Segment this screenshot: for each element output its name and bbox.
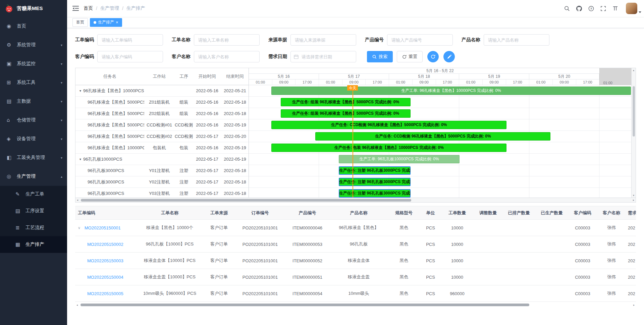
filter-input[interactable] [484,34,549,46]
sidebar-item-gear[interactable]: ⚙ 系统管理 ▾ [0,36,67,54]
scroll-left-icon[interactable]: ◂ [77,198,78,202]
sidebar-subitem-process[interactable]: ▤ 工序设置 [0,203,67,219]
sidebar-subitem-schedule[interactable]: ▦ 生产排产 [0,236,67,253]
order-link[interactable]: MO202205150002 [87,242,123,247]
cell-source: 客户订单 [203,225,235,231]
filter-fields-2: 客户编码 客户名称 需求日期 [75,51,365,62]
breadcrumb-item[interactable]: 生产管理 [100,5,119,11]
sidebar-item-tools[interactable]: ⊞ 系统工具 ▾ [0,73,67,92]
sidebar-item-data[interactable]: ▤ 主数据 ▾ [0,92,67,111]
github-icon[interactable] [576,6,582,11]
breadcrumb-item[interactable]: 生产排产 [126,5,145,11]
scroll-right-icon[interactable]: ▸ [633,303,635,307]
gantt-bar[interactable]: 生产任务: CCD检测 96孔移液盒【黑色】5000PCS 完成比例: 0% [315,132,550,141]
app-logo[interactable]: 苦糖果MES [0,0,67,17]
timeline-hour-label: 09:00 [553,79,576,85]
sidebar-item-fixture[interactable]: ◧ 工装夹具管理 ▾ [0,148,67,167]
gantt-bar[interactable]: 生产工单: 96孔移液盒【黑色】10000PCS 完成比例: 0% [271,87,631,95]
task-name: 96孔孔板3000PCS [88,168,124,174]
gantt-bar[interactable]: 生产任务: 注塑 96孔孔板3000PCS 完成比例: 0% [339,178,411,186]
main-area: 首页 / 生产管理 / 生产排产 ? [67,0,644,325]
gantt-task-row[interactable]: 96孔移液盒【黑色】5000PCS Z02组装机 组装 2022-05-16 2… [75,108,249,119]
breadcrumb-home[interactable]: 首页 [84,5,93,11]
gantt-table-body: ▾ 96孔移液盒【黑色】10000PCS 2022-05-16 2022-05-… [75,85,249,198]
search-button[interactable]: 搜索 [367,51,393,62]
gantt-bar[interactable]: 生产工单: 96孔孔板10000PCS 完成比例: 0% [339,155,460,163]
gantt-task-row[interactable]: 96孔移液盒【黑色】5000PCS Z01组装机 组装 2022-05-16 2… [75,97,249,108]
cell-unit: PCS [420,275,441,280]
filter-actions: 搜索 重置 [367,51,455,62]
gantt-bar[interactable]: 生产任务: 注塑 96孔孔板3000PCS 完成比例: 0% [339,189,411,198]
filter-label: 来源单据 [268,37,287,43]
sidebar-item-monitor[interactable]: ▣ 系统监控 ▾ [0,54,67,73]
collapse-icon[interactable]: ▾ [79,157,81,161]
view-tab[interactable]: 首页 [72,18,88,27]
scroll-left-icon[interactable]: ◂ [76,303,78,307]
filter-input[interactable] [97,51,163,62]
scroll-down-icon[interactable]: ▾ [632,194,636,197]
task-start: 2022-05-17 [193,168,221,173]
help-icon[interactable]: ? [588,6,594,11]
font-size-icon[interactable] [612,6,618,11]
gantt-task-row[interactable]: 96孔孔板3000PCS Y03注塑机 注塑 2022-05-17 2022-0… [75,188,249,198]
sidebar-subitem-flow[interactable]: ≣ 工艺流程 [0,219,67,236]
horizontal-scrollbar-thumb[interactable] [81,199,411,202]
sidebar-item-production[interactable]: ◎ 生产管理 ▴ [0,167,67,186]
gantt-task-row[interactable]: 96孔移液盒【黑色】5000PCS CCD检测#02 CCD检测 2022-05… [75,131,249,142]
avatar[interactable] [626,3,637,14]
order-link[interactable]: MO202205150001 [85,225,121,230]
order-link[interactable]: MO202205150005 [87,291,123,296]
search-icon[interactable] [564,6,570,11]
timeline-range-row: 5月 16 - 5月 22 [249,68,631,74]
date-input[interactable] [290,51,356,62]
cell-unit: PCS [420,258,441,263]
gantt-task-row[interactable]: ▾ 96孔移液盒【黑色】10000PCS 2022-05-16 2022-05-… [75,85,249,97]
sidebar-subitem-order[interactable]: ✎ 生产工单 [0,186,67,203]
edit-circle-button[interactable] [443,51,455,62]
refresh-circle-button[interactable] [427,51,439,62]
reset-button[interactable]: 重置 [397,51,423,62]
gantt-horizontal-scrollbar[interactable]: ◂ ▸ [75,198,636,203]
task-end: 2022-05-18 [221,111,249,116]
row-expand-icon[interactable]: ∨ [78,226,83,230]
collapse-icon[interactable]: ▾ [79,89,81,93]
user-menu[interactable] [626,3,637,14]
gantt-vertical-scrollbar[interactable]: ▴ ▾ [631,68,636,198]
filter-input[interactable] [194,34,260,46]
task-end: 2022-05-20 [221,134,249,139]
gantt-bar[interactable]: 生产任务: CCD检测 96孔移液盒【黑色】5000PCS 完成比例: 0% [271,121,506,129]
sidebar-item-warehouse[interactable]: ⌂ 仓储管理 ▾ [0,111,67,129]
close-icon[interactable]: × [116,20,118,24]
sidebar-item-device[interactable]: ◈ 设备管理 ▾ [0,129,67,148]
cell-qty: 960000 [441,291,474,296]
vertical-scrollbar-thumb[interactable] [633,86,635,137]
filter-label: 产品编号 [365,37,384,43]
gantt-bar[interactable]: 生产任务: 包装 96孔移液盒【黑色】10000PCS 完成比例: 0% [271,144,506,152]
horizontal-scrollbar-thumb[interactable] [80,304,529,306]
gantt-bar[interactable]: 生产任务: 组装 96孔移液盒【黑色】5000PCS 完成比例: 0% [281,109,411,118]
filter-input[interactable] [194,51,260,62]
cell-qty: 10000 [441,242,474,247]
fullscreen-icon[interactable] [600,6,606,11]
filter-input[interactable] [97,34,163,46]
view-tab[interactable]: 生产排产 × [90,18,122,27]
gantt-task-row[interactable]: 96孔移液盒【黑色】5000PCS CCD检测#01 CCD检测 2022-05… [75,119,249,131]
gantt-bar[interactable]: 生产任务: 组装 96孔移液盒【黑色】5000PCS 完成比例: 0% [281,98,411,106]
gantt-task-row[interactable]: 96孔孔板3000PCS Y02注塑机 注塑 2022-05-17 2022-0… [75,176,249,188]
scroll-up-icon[interactable]: ▴ [632,69,636,72]
filter-input[interactable] [387,34,453,46]
orders-horizontal-scrollbar[interactable]: ◂ ▸ [75,303,636,307]
gantt-bar[interactable]: 生产任务: 注塑 96孔孔板3000PCS 完成比例: 0% [339,166,411,175]
orders-column-header: 产品名称 [330,210,387,216]
gantt-task-row[interactable]: 96孔移液盒【黑色】10000PCS 包装机 包装 2022-05-16 202… [75,142,249,154]
gantt-task-row[interactable]: 96孔孔板3000PCS Y01注塑机 注塑 2022-05-17 2022-0… [75,165,249,176]
scroll-right-icon[interactable]: ▸ [633,198,634,202]
tag-tabs: 首页 生产排产 × [67,17,644,28]
sidebar-item-home[interactable]: ◉ 首页 [0,17,67,36]
gantt-task-row[interactable]: ▾ 96孔孔板10000PCS 2022-05-17 2022-05-19 [75,154,249,165]
filter-input[interactable] [290,34,356,46]
submenu-label: 生产排产 [25,241,67,248]
order-link[interactable]: MO202205150004 [87,275,123,280]
sidebar-toggle-icon[interactable] [72,6,79,11]
order-link[interactable]: MO202205150003 [87,258,123,263]
